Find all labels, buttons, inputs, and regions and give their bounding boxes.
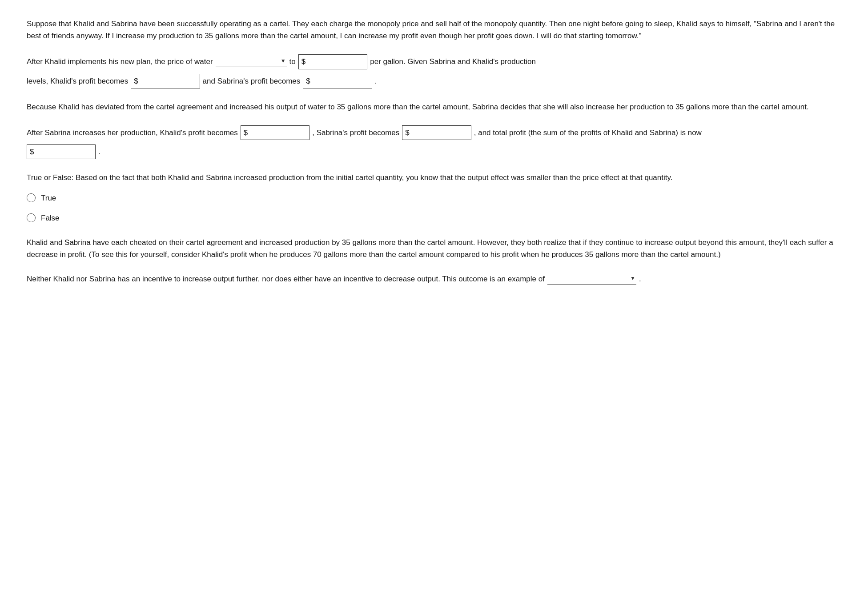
- sabrinas-profit-input-1[interactable]: [311, 76, 369, 85]
- dollar-sign-5: $: [405, 127, 409, 139]
- paragraph-3: Khalid and Sabrina have each cheated on …: [27, 236, 841, 260]
- sabrinas-profit-input-wrapper-1[interactable]: $: [303, 74, 372, 88]
- price-of-water-section: After Khalid implements his new plan, th…: [27, 54, 841, 88]
- paragraph-3-text: Khalid and Sabrina have each cheated on …: [27, 236, 841, 260]
- sabrinas-profit-after-input-wrapper[interactable]: $: [402, 125, 471, 140]
- dollar-sign-2: $: [134, 75, 138, 87]
- dollar-sign-3: $: [306, 75, 310, 87]
- khalids-profit-input[interactable]: [139, 76, 197, 85]
- paragraph-1: Suppose that Khalid and Sabrina have bee…: [27, 18, 841, 42]
- after-sabrina-section: After Sabrina increases her production, …: [27, 125, 841, 159]
- khalids-profit-label: levels, Khalid's profit becomes: [27, 75, 128, 87]
- after-khalid-label: After Khalid implements his new plan, th…: [27, 56, 213, 68]
- paragraph-2: Because Khalid has deviated from the car…: [27, 101, 841, 113]
- price-dropdown[interactable]: [217, 57, 280, 66]
- paragraph-2-text: Because Khalid has deviated from the car…: [27, 101, 841, 113]
- true-option[interactable]: True: [27, 192, 841, 204]
- period-3: .: [639, 273, 641, 285]
- and-sabrina-label: and Sabrina's profit becomes: [203, 75, 301, 87]
- price-dropdown-wrapper[interactable]: ▼: [216, 56, 287, 67]
- paragraph-1-text: Suppose that Khalid and Sabrina have bee…: [27, 18, 841, 42]
- khalids-profit-after-input[interactable]: [249, 128, 306, 137]
- total-profit-label: , and total profit (the sum of the profi…: [474, 127, 702, 139]
- khalids-profit-after-input-wrapper[interactable]: $: [241, 125, 309, 140]
- to-label: to: [289, 56, 296, 68]
- price-per-gallon-input-wrapper[interactable]: $: [298, 54, 367, 69]
- period-2: .: [98, 146, 100, 158]
- price-dropdown-arrow: ▼: [281, 57, 286, 66]
- price-per-gallon-input[interactable]: [306, 57, 364, 66]
- example-dropdown[interactable]: [549, 275, 629, 283]
- example-dropdown-arrow: ▼: [630, 275, 635, 283]
- price-of-water-line-1: After Khalid implements his new plan, th…: [27, 54, 841, 69]
- true-false-section: True or False: Based on the fact that bo…: [27, 172, 841, 224]
- neither-khalid-text: Neither Khalid nor Sabrina has an incent…: [27, 273, 545, 285]
- false-option[interactable]: False: [27, 212, 841, 224]
- after-sabrina-line-1: After Sabrina increases her production, …: [27, 125, 841, 140]
- example-of-line: Neither Khalid nor Sabrina has an incent…: [27, 273, 841, 285]
- dollar-sign-1: $: [301, 56, 305, 68]
- after-sabrina-label: After Sabrina increases her production, …: [27, 127, 238, 139]
- false-radio[interactable]: [27, 213, 36, 222]
- period-1: .: [375, 75, 377, 87]
- true-false-radio-group: True False: [27, 192, 841, 224]
- true-radio[interactable]: [27, 193, 36, 202]
- khalids-profit-input-wrapper[interactable]: $: [131, 74, 200, 88]
- dollar-sign-4: $: [244, 127, 248, 139]
- total-profit-input-wrapper[interactable]: $: [27, 144, 96, 159]
- after-sabrina-line-2: $ .: [27, 144, 841, 159]
- true-label: True: [41, 192, 56, 204]
- price-of-water-line-2: levels, Khalid's profit becomes $ and Sa…: [27, 74, 841, 88]
- sabrina-profit-label-2: , Sabrina's profit becomes: [312, 127, 399, 139]
- per-gallon-label: per gallon. Given Sabrina and Khalid's p…: [370, 56, 536, 68]
- true-false-question-text: True or False: Based on the fact that bo…: [27, 172, 841, 184]
- false-label: False: [41, 212, 60, 224]
- sabrinas-profit-after-input[interactable]: [410, 128, 468, 137]
- total-profit-input[interactable]: [35, 148, 92, 156]
- example-dropdown-wrapper[interactable]: ▼: [547, 274, 636, 284]
- paragraph-4: Neither Khalid nor Sabrina has an incent…: [27, 273, 841, 285]
- dollar-sign-6: $: [30, 146, 34, 158]
